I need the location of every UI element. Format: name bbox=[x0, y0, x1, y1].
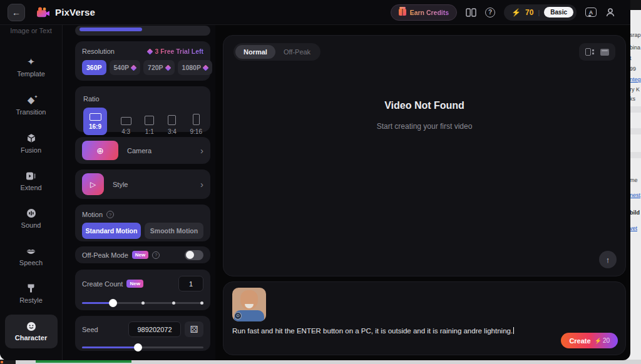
sidebar-item-extend[interactable]: Extend bbox=[20, 171, 41, 191]
background-orange-dot bbox=[1, 361, 3, 363]
camera-thumbnail: ⊕ bbox=[82, 141, 118, 160]
offpeak-label: Off-Peak Mode bbox=[82, 251, 128, 259]
motion-section: Motion ? Standard Motion Smooth Motion bbox=[75, 205, 210, 241]
feedback-icon[interactable]: A bbox=[585, 8, 597, 17]
earn-credits-button[interactable]: Earn Credits bbox=[391, 4, 457, 21]
transition-diamond-icon: ◆✦ bbox=[28, 95, 35, 105]
prompt-panel: ☺ Run fast and hit the ENTER button on a… bbox=[223, 281, 626, 355]
gem-icon bbox=[165, 64, 171, 71]
plan-badge[interactable]: Basic bbox=[544, 7, 573, 18]
sidebar-item-sound[interactable]: Sound bbox=[21, 208, 41, 229]
extend-play-icon bbox=[26, 171, 36, 181]
ratio-4-3-icon bbox=[121, 117, 131, 125]
prompt-textarea[interactable]: Run fast and hit the ENTER button on a P… bbox=[232, 327, 617, 335]
seed-input[interactable] bbox=[128, 321, 181, 337]
slider-thumb[interactable] bbox=[109, 299, 117, 307]
tab-normal[interactable]: Normal bbox=[235, 45, 275, 59]
resolution-label: Resolution bbox=[82, 48, 115, 55]
bolt-icon: ⚡ bbox=[511, 8, 521, 17]
library-icon[interactable] bbox=[466, 8, 476, 17]
ratio-1-1-icon bbox=[145, 116, 154, 125]
bolt-icon: ⚡ bbox=[595, 338, 602, 344]
character-reference-thumbnail[interactable]: ☺ bbox=[232, 288, 266, 321]
sidebar-item-fusion[interactable]: Fusion bbox=[21, 133, 41, 154]
fusion-cube-icon bbox=[26, 133, 36, 143]
bg-text-fragment: ry K bbox=[630, 86, 640, 93]
back-button[interactable]: ← bbox=[8, 4, 25, 21]
pixverse-camera-icon bbox=[36, 7, 50, 18]
video-results-panel: Normal Off-Peak Video Not Found Start cr… bbox=[223, 35, 626, 276]
divider: | bbox=[538, 9, 540, 16]
bg-link-fragment: vet bbox=[630, 225, 637, 231]
motion-help-icon[interactable]: ? bbox=[106, 211, 114, 218]
resolution-section: Resolution 3 Free Trial Left 360P 540P bbox=[75, 41, 210, 81]
tab-off-peak[interactable]: Off-Peak bbox=[275, 45, 319, 59]
create-cost: ⚡ 20 bbox=[595, 337, 610, 344]
style-label: Style bbox=[113, 181, 128, 188]
gem-icon bbox=[131, 64, 137, 71]
bg-text-fragment: srap bbox=[630, 32, 641, 38]
resolution-1080p-button[interactable]: 1080P bbox=[178, 60, 212, 75]
offpeak-help-icon[interactable]: ? bbox=[152, 251, 160, 259]
up-arrow-icon: ↑ bbox=[606, 255, 610, 265]
speech-lips-icon bbox=[26, 246, 36, 256]
grid-view-icon[interactable] bbox=[585, 48, 591, 56]
dice-icon[interactable]: ⚄ bbox=[185, 321, 203, 337]
sidebar-item-transition[interactable]: ◆✦ Transition bbox=[16, 95, 46, 116]
bg-link-fragment: nteg bbox=[630, 76, 641, 83]
resolution-360p-button[interactable]: 360P bbox=[82, 60, 106, 75]
create-count-input[interactable] bbox=[178, 276, 203, 291]
bg-text-fragment: bild bbox=[630, 210, 640, 216]
empty-subtitle: Start creating your first video bbox=[223, 122, 625, 131]
gift-icon bbox=[399, 9, 406, 16]
sidebar-item-image-or-text[interactable]: Image or Text bbox=[10, 27, 51, 34]
ratio-1-1-button[interactable]: 1:1 bbox=[145, 116, 154, 135]
card-view-icon[interactable] bbox=[600, 49, 609, 56]
seed-slider[interactable] bbox=[82, 343, 203, 351]
brand-name: PixVerse bbox=[55, 7, 95, 18]
ratio-3-4-button[interactable]: 3:4 bbox=[168, 115, 177, 135]
ratio-16-9-icon bbox=[90, 113, 101, 121]
topbar: ← PixVerse Earn Credits bbox=[0, 0, 630, 25]
create-count-slider[interactable] bbox=[82, 299, 203, 307]
sidebar-item-speech[interactable]: Speech bbox=[19, 246, 43, 266]
resolution-540p-button[interactable]: 540P bbox=[110, 60, 141, 75]
background-progress-bar bbox=[36, 360, 131, 363]
screen: srap bina t 99 nteg ry K ks me nest bild… bbox=[0, 0, 641, 364]
resolution-720p-button[interactable]: 720P bbox=[143, 60, 175, 75]
queue-tabs: Normal Off-Peak bbox=[233, 43, 320, 61]
bg-text-fragment: ks bbox=[630, 96, 635, 102]
ratio-16-9-button[interactable]: 16:9 bbox=[83, 108, 107, 135]
ratio-9-16-icon bbox=[193, 114, 200, 125]
create-button[interactable]: Create ⚡ 20 bbox=[561, 333, 618, 348]
ratio-label: Ratio bbox=[83, 95, 100, 103]
ratio-section: Ratio 16:9 4:3 1:1 bbox=[75, 86, 210, 132]
ratio-9-16-button[interactable]: 9:16 bbox=[190, 114, 202, 135]
camera-row[interactable]: ⊕ Camera › bbox=[75, 137, 210, 164]
brand-logo[interactable]: PixVerse bbox=[36, 7, 95, 18]
scroll-top-button[interactable]: ↑ bbox=[599, 251, 617, 268]
slider-thumb[interactable] bbox=[134, 343, 142, 351]
smooth-motion-button[interactable]: Smooth Motion bbox=[145, 223, 203, 239]
account-icon[interactable] bbox=[605, 8, 615, 18]
gem-icon bbox=[203, 64, 209, 71]
background-window-titlebar bbox=[628, 0, 641, 10]
sidebar-item-restyle[interactable]: Restyle bbox=[19, 283, 43, 304]
style-row[interactable]: ▷ Style › bbox=[75, 169, 210, 199]
seed-section: Seed ⚄ bbox=[75, 316, 210, 351]
sidebar-item-template[interactable]: ✦ Template bbox=[17, 57, 45, 78]
mode-switch-partial[interactable] bbox=[75, 26, 210, 36]
chevron-right-icon: › bbox=[200, 179, 203, 190]
create-count-section: Create Count New bbox=[75, 270, 210, 310]
camera-target-icon: ⊕ bbox=[96, 146, 104, 156]
gem-icon bbox=[147, 48, 153, 54]
ratio-4-3-button[interactable]: 4:3 bbox=[121, 117, 131, 135]
standard-motion-button[interactable]: Standard Motion bbox=[82, 223, 141, 239]
bg-text-fragment: 99 bbox=[630, 66, 636, 72]
credits-pill[interactable]: ⚡ 70 | Basic bbox=[504, 4, 577, 21]
help-icon[interactable]: ? bbox=[485, 8, 495, 18]
offpeak-toggle[interactable] bbox=[185, 250, 203, 260]
topbar-right: Earn Credits ? ⚡ 70 | Basic bbox=[391, 4, 615, 21]
sidebar-item-character[interactable]: Character bbox=[5, 315, 58, 348]
style-play-icon: ▷ bbox=[90, 180, 96, 189]
